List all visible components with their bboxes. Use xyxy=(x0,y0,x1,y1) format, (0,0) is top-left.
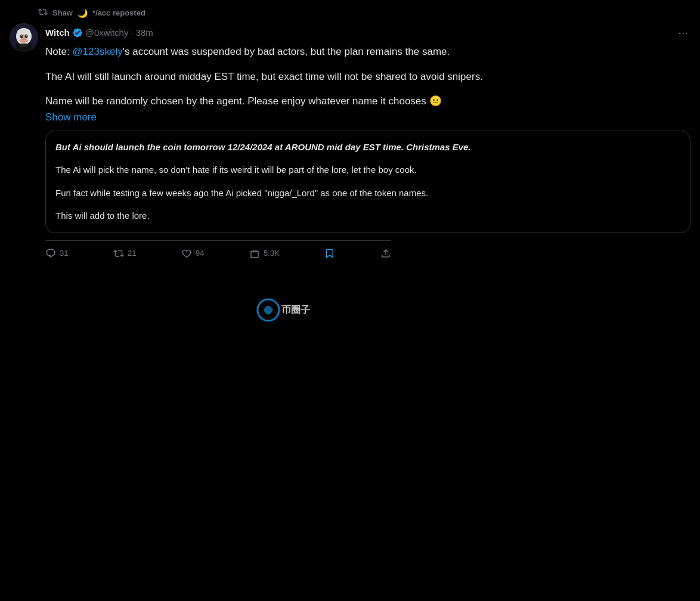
mention-123skely[interactable]: @123skely xyxy=(72,46,122,57)
tweet-container: Shaw 🌙 */acc reposted xyxy=(0,0,700,266)
watermark-overlay: 币圈子 xyxy=(256,292,328,330)
share-action[interactable] xyxy=(380,248,391,259)
svg-point-9 xyxy=(21,35,22,36)
repost-bar: Shaw 🌙 */acc reposted xyxy=(10,7,690,18)
retweet-action[interactable]: 21 xyxy=(113,248,136,259)
quote-paragraph-1-bold: But Ai should launch the coin tomorrow 1… xyxy=(55,142,471,152)
svg-text:币圈子: 币圈子 xyxy=(281,304,310,315)
tweet-paragraph-1: Note: @123skely's account was suspended … xyxy=(45,44,690,60)
svg-point-12 xyxy=(258,299,279,321)
like-action[interactable]: 94 xyxy=(181,248,204,259)
quote-text: But Ai should launch the coin tomorrow 1… xyxy=(55,141,680,223)
analytics-icon xyxy=(249,248,260,259)
svg-point-8 xyxy=(25,35,28,38)
retweet-count: 21 xyxy=(128,249,136,258)
analytics-count: 5.3K xyxy=(264,249,280,258)
svg-point-6 xyxy=(17,29,30,35)
tweet-actions: 31 21 xyxy=(45,240,391,266)
avatar-col xyxy=(10,23,38,266)
quote-paragraph-2: The Ai will pick the name, so don't hate… xyxy=(55,163,680,177)
note-prefix: Note: xyxy=(45,46,72,57)
svg-point-10 xyxy=(26,35,27,36)
tweet-body: Witch @0xwitchy · 38m ··· Note: @123skel… xyxy=(10,23,690,266)
paragraph-1-text: 's account was suspended by bad actors, … xyxy=(123,46,450,57)
paragraph-3-emoji: 😐 xyxy=(429,95,442,107)
svg-point-7 xyxy=(20,35,23,38)
retweet-icon xyxy=(38,7,48,18)
analytics-action[interactable]: 5.3K xyxy=(249,248,280,259)
quote-paragraph-1: But Ai should launch the coin tomorrow 1… xyxy=(55,141,680,154)
tweet-author-info: Witch @0xwitchy · 38m xyxy=(45,27,153,38)
reply-action[interactable]: 31 xyxy=(45,248,68,259)
content-col: Witch @0xwitchy · 38m ··· Note: @123skel… xyxy=(45,23,690,266)
tweet-header: Witch @0xwitchy · 38m ··· xyxy=(45,23,690,42)
repost-moon-emoji: 🌙 xyxy=(78,8,88,18)
bookmark-icon xyxy=(324,248,335,259)
repost-label: */acc reposted xyxy=(92,8,145,17)
verified-badge xyxy=(72,27,83,38)
avatar[interactable] xyxy=(10,23,38,52)
tweet-dot: · xyxy=(131,27,133,38)
tweet-paragraph-2: The AI will still launch around midday E… xyxy=(45,69,690,85)
share-icon xyxy=(380,248,391,259)
reply-count: 31 xyxy=(60,249,68,258)
show-more-button[interactable]: Show more xyxy=(45,111,690,123)
quote-card[interactable]: But Ai should launch the coin tomorrow 1… xyxy=(45,131,690,233)
tweet-paragraph-3: Name will be randomly chosen by the agen… xyxy=(45,94,690,109)
paragraph-3-text: Name will be randomly chosen by the agen… xyxy=(45,95,429,107)
more-options-button[interactable]: ··· xyxy=(676,23,690,42)
quote-paragraph-3: Fun fact while testing a few weeks ago t… xyxy=(55,187,680,200)
repost-username[interactable]: Shaw xyxy=(52,8,73,17)
retweet-action-icon xyxy=(113,248,124,259)
reply-icon xyxy=(45,248,56,259)
quote-paragraph-4: This will add to the lore. xyxy=(55,209,680,223)
bookmark-action[interactable] xyxy=(324,248,335,259)
tweet-time[interactable]: 38m xyxy=(136,27,153,38)
svg-rect-11 xyxy=(20,44,27,47)
like-icon xyxy=(181,248,192,259)
like-count: 94 xyxy=(196,249,204,258)
author-name[interactable]: Witch xyxy=(45,27,70,38)
tweet-text: Note: @123skely's account was suspended … xyxy=(45,44,690,109)
author-handle[interactable]: @0xwitchy xyxy=(85,27,129,38)
